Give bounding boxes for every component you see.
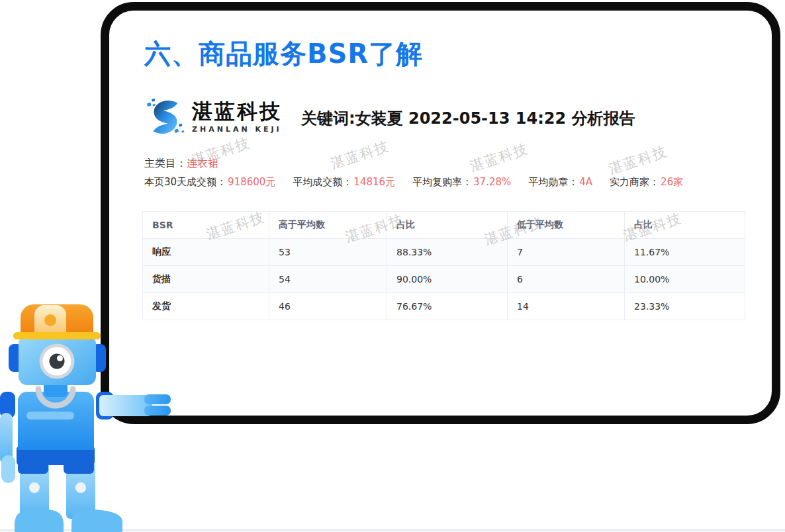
- brand-subtitle: ZHANLAN KEJI: [192, 125, 282, 134]
- brand-logo: 湛蓝科技 ZHANLAN KEJI: [145, 97, 282, 138]
- robot-mascot: [0, 291, 173, 532]
- table-row: 发货 46 76.67% 14 23.33%: [143, 293, 745, 320]
- brand-logo-icon: [145, 97, 186, 138]
- robot-hard-hat: [13, 304, 101, 339]
- stat-strong-sellers: 实力商家：26家: [610, 176, 683, 189]
- category-label: 主类目：: [144, 157, 187, 169]
- table-cell: 10.00%: [625, 266, 745, 293]
- table-cell: 14: [508, 293, 625, 320]
- table-cell: 54: [269, 266, 387, 293]
- stat-avg-gmv: 平均成交额：14816元: [293, 176, 395, 189]
- robot-pointing-arm: [96, 392, 171, 420]
- table-cell: 6: [508, 266, 625, 293]
- table-cell: 90.00%: [387, 266, 508, 293]
- table-cell: 23.33%: [625, 293, 745, 320]
- stats-row: 本页30天成交额：918600元 平均成交额：14816元 平均复购率：37.2…: [144, 176, 683, 189]
- table-cell: 46: [269, 293, 387, 320]
- table-row: 货描 54 90.00% 6 10.00%: [143, 266, 745, 293]
- watermark-text: 湛蓝科技: [328, 136, 392, 173]
- table-cell: 11.67%: [625, 239, 745, 266]
- watermark-text: 湛蓝科技: [606, 142, 670, 178]
- section-title: 六、商品服务BSR了解: [144, 36, 423, 72]
- stat-repurchase-rate: 平均复购率：37.28%: [412, 176, 511, 189]
- table-cell: 货描: [143, 266, 269, 293]
- table-cell: 7: [508, 239, 625, 266]
- watermark-text: 湛蓝科技: [467, 139, 531, 175]
- stat-avg-medal: 平均勋章：4A: [528, 176, 592, 189]
- table-cell: 53: [269, 239, 387, 266]
- stat-gmv-30d: 本页30天成交额：918600元: [144, 176, 275, 189]
- watermark-text: 湛蓝科技: [189, 133, 253, 169]
- table-row: 响应 53 88.33% 7 11.67%: [143, 239, 745, 266]
- report-title: 关键词:女装夏 2022-05-13 14:22 分析报告: [301, 108, 635, 129]
- robot-shorts: [17, 446, 95, 474]
- robot-eye-icon: [41, 345, 73, 377]
- robot-left-arm: [0, 392, 15, 483]
- table-cell: 76.67%: [387, 293, 508, 320]
- table-cell: 响应: [143, 239, 269, 266]
- report-slide: 六、商品服务BSR了解 湛蓝科技 ZHANLAN KEJI: [0, 0, 785, 532]
- brand-name: 湛蓝科技: [192, 101, 282, 122]
- robot-torso: [18, 392, 94, 450]
